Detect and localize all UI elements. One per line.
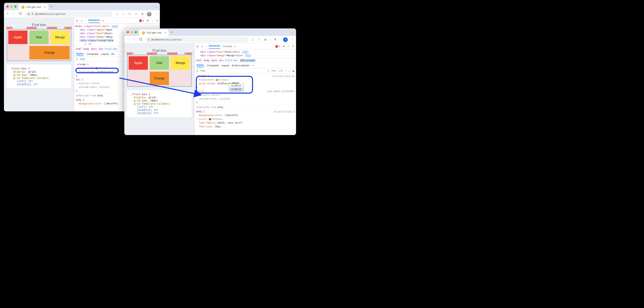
address-bar[interactable]: ☰ jec.fish/demo/css-grid-fruit: [25, 11, 112, 17]
grid-line-label-right: right: [184, 52, 192, 55]
browser-tab[interactable]: CSS grid- fruit ×: [19, 4, 48, 10]
subtab-more[interactable]: »: [252, 64, 254, 67]
new-tab-button[interactable]: +: [171, 30, 173, 34]
device-toggle-icon[interactable]: ▭: [201, 45, 204, 48]
close-window-button[interactable]: [127, 31, 129, 33]
dt-close-icon[interactable]: ✕: [156, 19, 158, 22]
titlebar: CSS grid- fruit × + ⌄: [124, 28, 296, 36]
bookmark-icon[interactable]: ☆: [257, 38, 261, 42]
favicon: [21, 6, 24, 9]
install-app-icon[interactable]: ⤓: [115, 12, 119, 16]
tab-title: CSS grid- fruit: [26, 6, 41, 8]
inspect-icon[interactable]: ⯐: [196, 45, 199, 48]
browser-window-2: CSS grid- fruit × + ⌄ ☰ jec.fish/demo/cs…: [124, 28, 296, 135]
maximize-window-button[interactable]: [14, 5, 16, 8]
svg-rect-0: [28, 14, 30, 15]
new-style-rule-icon[interactable]: ＋: [284, 69, 287, 72]
tabs-dropdown-button[interactable]: ⌄: [292, 31, 294, 34]
grid-demo: left middle1 middle2 right Apple Kiwi Ma…: [127, 55, 192, 87]
ai-sparkle-icon[interactable]: ✦: [268, 70, 270, 72]
forward-button[interactable]: [12, 12, 16, 16]
dt-close-icon[interactable]: ✕: [292, 45, 294, 48]
subtab-layout[interactable]: Layout: [222, 64, 229, 67]
subtab-styles[interactable]: Styles: [196, 64, 204, 67]
dt-tab-elements[interactable]: Elements: [88, 18, 100, 23]
tab-close-icon[interactable]: ×: [164, 31, 166, 34]
back-button[interactable]: [126, 38, 130, 42]
labs-icon[interactable]: ⚗: [273, 38, 277, 42]
styles-subtabs: Styles Computed Layout Event Listeners »: [194, 63, 296, 68]
grid-line-label-middle1: middle1: [26, 27, 37, 29]
reload-button[interactable]: [18, 12, 22, 16]
dt-tab-elements[interactable]: Elements: [209, 44, 220, 48]
maximize-window-button[interactable]: [134, 31, 137, 33]
scissors-icon[interactable]: ✂: [128, 12, 132, 16]
menu-icon[interactable]: ⋮: [154, 12, 158, 16]
profile-avatar[interactable]: [147, 12, 152, 16]
page-css-block: .fruit-box { display: grid; grid-gap: 10…: [127, 90, 192, 117]
subtab-eventlisteners[interactable]: Event Listeners: [232, 64, 250, 67]
styles-filter-bar: ☰ ✦ :hov .cls ＋ ▭ ▣: [194, 68, 296, 74]
autocomplete-option-middle1[interactable]: middle1: [229, 84, 243, 88]
subtab-computed[interactable]: Computed: [86, 52, 98, 56]
extensions-icon[interactable]: ⧉: [264, 38, 267, 42]
device-toggle-icon[interactable]: ▭: [81, 19, 83, 22]
autocomplete-option-middle2[interactable]: middle2: [229, 88, 243, 91]
minimize-window-button[interactable]: [131, 31, 133, 33]
dt-tab-console[interactable]: Console: [223, 45, 232, 48]
close-window-button[interactable]: [6, 5, 9, 8]
new-tab-button[interactable]: +: [50, 4, 53, 9]
computed-sidebar-icon[interactable]: ▭: [288, 70, 291, 72]
extensions-icon[interactable]: ⧉: [140, 12, 144, 16]
forward-button[interactable]: [133, 38, 136, 42]
box-model-icon[interactable]: ▣: [292, 70, 294, 72]
favicon: [142, 31, 145, 34]
url-host: jec.fish: [35, 12, 43, 16]
grid-line-label-right: right: [64, 27, 72, 29]
toolbar: ☰ jec.fish/demo/css-grid-fruit ⤓ ☆ ✂ ☺ ⧉…: [4, 10, 160, 18]
page-content: Fruit box left middle1 middle2 right App…: [4, 18, 74, 111]
back-button[interactable]: [6, 12, 10, 16]
error-indicator[interactable]: ✕1: [139, 19, 144, 22]
hov-toggle[interactable]: :hov: [271, 70, 276, 72]
page-content: Fruit box left middle1 middle2 right App…: [124, 44, 194, 135]
reload-button[interactable]: [139, 38, 142, 42]
filter-icon: ☰: [196, 70, 198, 72]
cell-orange: Orange: [150, 72, 169, 85]
dt-more-icon[interactable]: ⋮: [151, 19, 154, 22]
cell-kiwi: Kiwi: [30, 30, 48, 44]
settings-gear-icon[interactable]: ⚙: [146, 19, 149, 22]
url-host: jec.fish: [152, 38, 159, 41]
address-bar[interactable]: ☰ jec.fish/demo/css-grid-fruit: [145, 37, 248, 42]
settings-gear-icon[interactable]: ⚙: [283, 45, 285, 48]
tab-close-icon[interactable]: ×: [44, 6, 46, 9]
bookmark-icon[interactable]: ☆: [122, 12, 125, 16]
minimize-window-button[interactable]: [10, 5, 13, 8]
subtab-styles[interactable]: Styles: [76, 52, 84, 56]
subtab-layout[interactable]: Layout: [101, 52, 109, 56]
styles-filter-input[interactable]: [200, 69, 266, 72]
cell-mango: Mango: [171, 56, 190, 70]
dt-more-icon[interactable]: ⋮: [287, 45, 290, 48]
install-app-icon[interactable]: ⤓: [251, 38, 254, 42]
styles-body[interactable]: .orange {css-grid-fruit:11 background: o…: [194, 74, 296, 130]
subtab-computed[interactable]: Computed: [207, 64, 219, 67]
tabs-dropdown-button[interactable]: ⌄: [155, 5, 158, 8]
breadcrumb[interactable]: html body main div.fruit-box div.orange: [194, 58, 296, 63]
browser-tab[interactable]: CSS grid- fruit ×: [139, 30, 168, 36]
dt-tabs-more[interactable]: »: [234, 45, 236, 48]
profile-avatar[interactable]: •: [283, 37, 288, 42]
robot-icon[interactable]: ☺: [134, 12, 138, 16]
error-indicator[interactable]: ✕1: [275, 45, 280, 48]
grid-line-label-left: left: [6, 27, 13, 29]
cls-toggle[interactable]: .cls: [278, 70, 283, 72]
dt-tabs-more[interactable]: »: [102, 19, 104, 22]
page-css-block: .fruit-box { display: grid; grid-gap: 10…: [7, 64, 71, 88]
grid-line-label-left: left: [126, 52, 133, 55]
autocomplete-popup[interactable]: middle1 middle2: [229, 84, 244, 91]
menu-icon[interactable]: ⋮: [290, 38, 294, 42]
subtab-ev[interactable]: Ev: [112, 52, 114, 56]
inspect-icon[interactable]: ⯐: [76, 19, 78, 22]
dom-tree[interactable]: <div class="kiwi">Kiwi</div> flex <div c…: [194, 49, 296, 58]
tab-title: CSS grid- fruit: [146, 32, 161, 34]
